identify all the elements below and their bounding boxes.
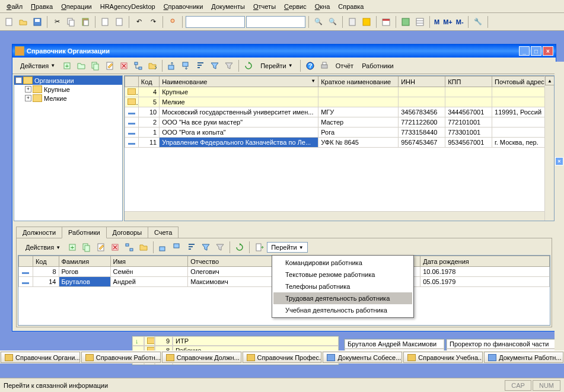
hierarchy-icon[interactable] — [123, 241, 136, 254]
sub-actions-button[interactable]: Действия▼ — [21, 242, 65, 253]
combo-2[interactable] — [246, 16, 305, 28]
tree-child-0[interactable]: + Крупные — [14, 85, 122, 94]
taskbar-button[interactable]: Справочник Должн... — [162, 352, 241, 363]
col-header[interactable]: Дата рождения — [420, 256, 550, 267]
go-button[interactable]: Перейти▼ — [256, 60, 297, 71]
tree-child-1[interactable]: + Мелкие — [14, 94, 122, 103]
taskbar-button[interactable]: Справочник Органи... — [1, 352, 80, 363]
col-header[interactable] — [125, 77, 139, 87]
workers-label[interactable]: Работники — [358, 61, 397, 71]
report-label[interactable]: Отчёт — [332, 61, 357, 71]
taskbar-button[interactable]: Документы Собесе... — [323, 352, 402, 363]
context-menu-item[interactable]: Трудовая деятельность работника — [273, 292, 412, 304]
table-row[interactable]: 4Крупные — [125, 87, 554, 97]
new-doc-icon[interactable] — [2, 15, 15, 28]
filter-icon[interactable] — [199, 241, 212, 254]
m-plus-button[interactable]: M+ — [442, 18, 454, 26]
col-header[interactable]: Отчество — [188, 256, 272, 267]
grid-icon[interactable] — [399, 15, 412, 28]
table-row[interactable]: 11Управление Федерального Казначейства п… — [125, 138, 554, 148]
actions-button[interactable]: Действия▼ — [16, 60, 59, 71]
cut-icon[interactable]: ✂ — [50, 15, 63, 28]
menu-item-0[interactable]: Файл — [2, 1, 27, 12]
tab-0[interactable]: Должности — [16, 227, 62, 238]
table-row[interactable]: 2ООО "На все руки мастер"Мастер772112260… — [125, 117, 554, 128]
menu-item-6[interactable]: Отчеты — [249, 1, 280, 12]
col-header[interactable]: ИНН — [399, 77, 445, 87]
col-header[interactable]: Имя — [110, 256, 188, 267]
print-icon[interactable] — [318, 59, 331, 72]
m-button[interactable]: M — [433, 18, 441, 26]
doc2-icon[interactable] — [113, 15, 126, 28]
titlebar[interactable]: Справочник Организации _ □ × — [12, 44, 556, 58]
taskbar-button[interactable]: Справочник Работн... — [81, 352, 161, 363]
level-up-icon[interactable] — [157, 241, 170, 254]
col-header[interactable]: КПП — [445, 77, 492, 87]
context-menu[interactable]: Командировки работникаТекстовые резюме р… — [272, 255, 414, 318]
taskbar-button[interactable]: Документы Работн... — [484, 352, 563, 363]
expand-icon[interactable]: + — [25, 86, 31, 93]
edit-icon[interactable] — [94, 241, 107, 254]
taskbar-button[interactable]: Справочник Учебна... — [403, 352, 483, 363]
combo-1[interactable] — [186, 16, 245, 28]
m-minus-button[interactable]: M- — [455, 18, 465, 26]
level-down-icon[interactable] — [171, 241, 184, 254]
tab-1[interactable]: Работники — [62, 227, 106, 238]
context-menu-item[interactable]: Командировки работника — [273, 257, 412, 269]
col-header[interactable]: Код — [33, 256, 59, 267]
move-icon[interactable] — [146, 59, 159, 72]
tree-panel[interactable]: − Организации + Крупные + Мелкие — [14, 75, 123, 221]
sort-icon[interactable] — [194, 59, 207, 72]
open-icon[interactable] — [17, 15, 30, 28]
scrollbar-horizontal[interactable] — [125, 211, 544, 221]
save-icon[interactable] — [31, 15, 44, 28]
undo-icon[interactable]: ↶ — [132, 15, 145, 28]
menu-item-7[interactable]: Сервис — [280, 1, 311, 12]
paste-icon[interactable] — [79, 15, 92, 28]
expand-icon[interactable]: + — [25, 95, 31, 101]
menu-item-5[interactable]: Документы — [207, 1, 249, 12]
add-copy-icon[interactable] — [89, 59, 102, 72]
col-header[interactable]: Фамилия — [59, 256, 110, 267]
menu-item-3[interactable]: HRAgencyDesktop — [96, 1, 160, 12]
col-header[interactable]: Краткое наименование — [318, 77, 399, 87]
sub-go-button[interactable]: Перейти▼ — [267, 242, 308, 253]
tools-icon[interactable]: 🔧 — [471, 15, 485, 28]
calendar-icon[interactable] — [380, 15, 393, 28]
col-header[interactable] — [19, 256, 33, 267]
menu-item-4[interactable]: Справочники — [160, 1, 208, 12]
find-people-icon[interactable] — [166, 15, 179, 28]
export-icon[interactable] — [253, 241, 266, 254]
context-menu-item[interactable]: Текстовые резюме работника — [273, 269, 412, 281]
tab-3[interactable]: Счета — [148, 227, 179, 238]
hierarchy-icon[interactable] — [132, 59, 145, 72]
table-row[interactable]: 1ООО "Рога и копыта"Рога7733158440773301… — [125, 128, 554, 138]
filter-clear-icon[interactable] — [222, 59, 235, 72]
context-menu-item[interactable]: Учебная деятельность работника — [273, 304, 412, 316]
menu-item-2[interactable]: Операции — [57, 1, 95, 12]
edit-icon[interactable] — [103, 59, 116, 72]
context-menu-item[interactable]: Телефоны работника — [273, 281, 412, 292]
table-row[interactable]: 5Мелкие — [125, 97, 554, 107]
add-copy-icon[interactable] — [80, 241, 93, 254]
binoculars-icon[interactable]: 🔍 — [312, 15, 325, 28]
minimize-button[interactable]: _ — [519, 46, 530, 56]
organizations-grid[interactable]: КодНаименование ▼Краткое наименованиеИНН… — [124, 75, 555, 221]
close-button[interactable]: × — [543, 46, 553, 56]
add-icon[interactable]: + — [66, 241, 79, 254]
add-icon[interactable]: + — [60, 59, 74, 72]
col-header[interactable]: Наименование ▼ — [160, 77, 318, 87]
binoculars2-icon[interactable]: 🔍 — [326, 15, 339, 28]
tab-2[interactable]: Договоры — [106, 227, 148, 238]
doc-icon[interactable] — [98, 15, 111, 28]
refresh-icon[interactable] — [242, 59, 255, 72]
refresh-icon[interactable] — [233, 241, 246, 254]
delete-icon[interactable] — [109, 241, 122, 254]
1c-icon[interactable] — [360, 15, 373, 28]
list-icon[interactable] — [413, 15, 426, 28]
level-down-icon[interactable] — [180, 59, 193, 72]
table-row[interactable]: 10Московский государственный университет… — [125, 107, 554, 117]
tree-root[interactable]: − Организации — [14, 76, 122, 85]
menu-item-1[interactable]: Правка — [27, 1, 57, 12]
add-folder-icon[interactable] — [75, 59, 88, 72]
